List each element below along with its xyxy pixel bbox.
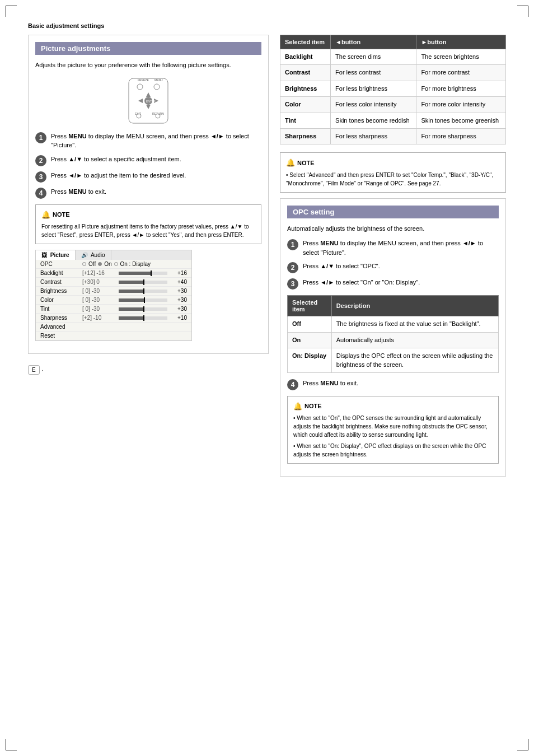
- osd-backlight-fill: [119, 272, 151, 275]
- adj-note-box: 🔔 NOTE • Select "Advanced" and then pres…: [280, 152, 506, 193]
- opc-step-2-text: Press ▲/▼ to select "OPC".: [303, 262, 380, 271]
- osd-row-backlight: Backlight [+12] -16 +16: [36, 269, 191, 278]
- page-dot: ·: [42, 366, 44, 374]
- step-3: 3 Press ◄/► to adjust the item to the de…: [35, 171, 261, 183]
- adj-row-brightness: Brightness For less brightness For more …: [280, 81, 506, 96]
- osd-brightness-fill: [119, 290, 143, 293]
- osd-contrast-value: +40: [170, 279, 187, 285]
- step-4: 4 Press MENU to exit.: [35, 187, 261, 199]
- osd-tab-picture-label: Picture: [50, 252, 69, 258]
- opc-step-2: 2 Press ▲/▼ to select "OPC".: [287, 262, 499, 273]
- osd-advanced-label: Advanced: [40, 324, 82, 330]
- osd-row-brightness: Brightness [ 0] -30 +30: [36, 287, 191, 296]
- page-num-en: E: [32, 367, 36, 373]
- osd-tint-value: +30: [170, 306, 187, 312]
- picture-note-box: 🔔 NOTE For resetting all Picture adjustm…: [35, 204, 261, 245]
- opc-row-off: Off The brightness is fixed at the value…: [288, 316, 499, 332]
- opc-step-1: 1 Press MENU to display the MENU screen,…: [287, 239, 499, 257]
- osd-brightness-value: +30: [170, 288, 187, 294]
- opc-header: OPC setting: [287, 206, 499, 218]
- opc-setting-box: OPC setting Automatically adjusts the br…: [280, 198, 506, 477]
- osd-tint-label: Tint: [40, 306, 82, 312]
- svg-text:FREEZE: FREEZE: [138, 78, 149, 82]
- adj-col-item: Selected item: [280, 35, 331, 49]
- svg-text:ENTER: ENTER: [146, 100, 156, 103]
- osd-contrast-bar: [119, 281, 167, 284]
- osd-brightness-range: [ 0] -30: [82, 288, 116, 294]
- osd-tabs: 🖼 Picture 🔊 Audio: [36, 250, 191, 260]
- step-1-num: 1: [35, 132, 46, 143]
- opc-desc-on: Automatically adjusts: [331, 332, 498, 348]
- step-4-num: 4: [35, 188, 46, 199]
- osd-brightness-bar: [119, 290, 167, 293]
- picture-tab-icon: 🖼: [41, 252, 47, 258]
- opc-step-1-text: Press MENU to display the MENU screen, a…: [303, 239, 499, 257]
- osd-backlight-range: [+12] -16: [82, 270, 116, 276]
- osd-opc-radio: Off On On : Display: [82, 261, 151, 267]
- osd-color-value: +30: [170, 297, 187, 303]
- opc-step-4: 4 Press MENU to exit.: [287, 379, 499, 390]
- adj-left-backlight: The screen dims: [331, 49, 416, 65]
- step-3-text: Press ◄/► to adjust the item to the desi…: [51, 171, 186, 180]
- adj-note-header: 🔔 NOTE: [286, 157, 500, 169]
- osd-sharpness-fill: [119, 316, 143, 320]
- picture-adjustments-box: Picture adjustments Adjusts the picture …: [28, 35, 269, 354]
- osd-tab-picture: 🖼 Picture: [36, 250, 76, 260]
- opc-note-1: • When set to "On", the OPC senses the s…: [293, 414, 493, 439]
- osd-tint-range: [ 0] -30: [82, 306, 116, 312]
- osd-tint-marker: [143, 306, 144, 312]
- step-1-text: Press MENU to display the MENU screen, a…: [51, 132, 261, 150]
- osd-reset-label: Reset: [40, 333, 82, 339]
- opc-col-desc: Description: [331, 296, 498, 316]
- adj-left-tint: Skin tones become reddish: [331, 113, 416, 128]
- adj-item-color: Color: [280, 97, 331, 113]
- svg-text:MENU: MENU: [154, 78, 163, 82]
- osd-backlight-label: Backlight: [40, 270, 82, 276]
- osd-sharpness-range: [+2] -10: [82, 315, 116, 321]
- audio-tab-icon: 🔊: [81, 252, 88, 258]
- osd-sharpness-value: +10: [170, 315, 187, 321]
- corner-mark-bl: [6, 739, 17, 750]
- opc-note-box: 🔔 NOTE • When set to "On", the OPC sense…: [287, 396, 499, 464]
- osd-tab-audio: 🔊 Audio: [76, 250, 111, 260]
- adj-right-color: For more color intensity: [416, 97, 506, 113]
- osd-sharpness-label: Sharpness: [40, 315, 82, 321]
- page-container: Basic adjustment settings Picture adjust…: [0, 0, 534, 756]
- opc-desc-ondisplay: Displays the OPC effect on the screen wh…: [331, 348, 498, 373]
- adj-row-contrast: Contrast For less contrast For more cont…: [280, 65, 506, 81]
- osd-brightness-marker: [143, 288, 144, 294]
- opc-step-3: 3 Press ◄/► to select "On" or "On: Displ…: [287, 278, 499, 290]
- radio-on: [98, 262, 102, 266]
- opc-table-header-row: Selected item Description: [288, 296, 499, 316]
- picture-adjustments-header: Picture adjustments: [35, 42, 261, 55]
- osd-contrast-marker: [143, 279, 144, 285]
- adj-item-tint: Tint: [280, 113, 331, 128]
- corner-mark-tl: [6, 6, 17, 17]
- adj-left-brightness: For less brightness: [331, 81, 416, 96]
- adj-note-title: NOTE: [297, 158, 315, 168]
- osd-row-tint: Tint [ 0] -30 +30: [36, 305, 191, 314]
- svg-marker-5: [146, 92, 151, 97]
- opc-note-2: • When set to "On: Display", OPC effect …: [293, 442, 493, 459]
- radio-ondisplay: [114, 262, 118, 266]
- osd-opc-label: OPC: [40, 261, 82, 267]
- picture-note-title: NOTE: [53, 210, 70, 220]
- adj-right-sharpness: For more sharpness: [416, 128, 506, 144]
- adj-item-brightness: Brightness: [280, 81, 331, 96]
- osd-contrast-label: Contrast: [40, 279, 82, 285]
- svg-point-1: [137, 84, 143, 90]
- left-column: Picture adjustments Adjusts the picture …: [28, 35, 269, 484]
- osd-row-advanced: Advanced: [36, 323, 191, 332]
- adj-row-color: Color For less color intensity For more …: [280, 97, 506, 113]
- picture-adjustments-intro: Adjusts the picture to your preference w…: [35, 60, 261, 70]
- adj-left-color: For less color intensity: [331, 97, 416, 113]
- osd-contrast-range: [+30] 0: [82, 279, 116, 285]
- adj-item-backlight: Backlight: [280, 49, 331, 65]
- corner-mark-br: [517, 739, 528, 750]
- adj-table-header-row: Selected item ◄button ►button: [280, 35, 506, 49]
- opc-step-4-num: 4: [287, 379, 298, 390]
- osd-color-bar: [119, 298, 167, 302]
- osd-tint-fill: [119, 307, 143, 311]
- adj-left-sharpness: For less sharpness: [331, 128, 416, 144]
- remote-illustration: FREEZE MENU ENTER: [35, 76, 261, 126]
